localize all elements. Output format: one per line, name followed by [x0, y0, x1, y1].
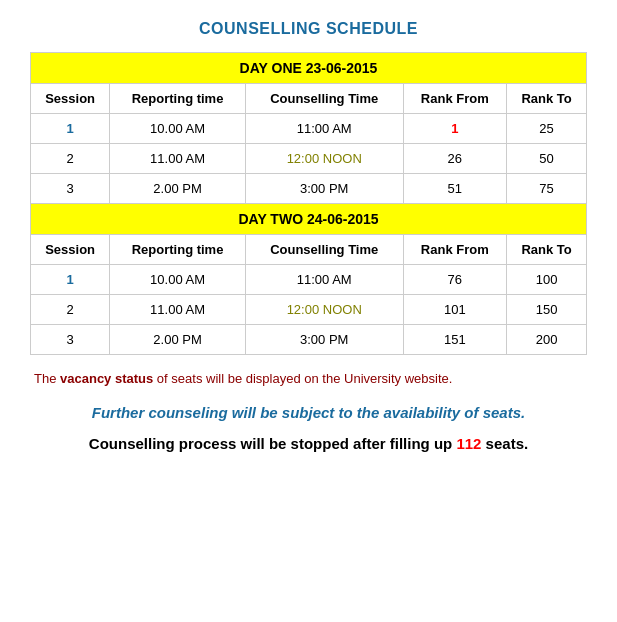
d1r2-reporting: 11.00 AM: [110, 144, 246, 174]
col-rank-from: Rank From: [403, 84, 507, 114]
notice-suffix: of seats will be displayed on the Univer…: [153, 371, 452, 386]
vacancy-notice: The vacancy status of seats will be disp…: [30, 371, 587, 386]
d2r2-rank-from: 101: [403, 295, 507, 325]
col-session: Session: [31, 84, 110, 114]
d2r1-rank-to: 100: [507, 265, 587, 295]
d2r2-reporting: 11.00 AM: [110, 295, 246, 325]
day1-row-2: 2 11.00 AM 12:00 NOON 26 50: [31, 144, 587, 174]
day1-row-3: 3 2.00 PM 3:00 PM 51 75: [31, 174, 587, 204]
d2r3-rank-from: 151: [403, 325, 507, 355]
d1r3-counselling: 3:00 PM: [245, 174, 403, 204]
d1r3-rank-from: 51: [403, 174, 507, 204]
d2r1-counselling: 11:00 AM: [245, 265, 403, 295]
day2-row-2: 2 11.00 AM 12:00 NOON 101 150: [31, 295, 587, 325]
d2r2-rank-to: 150: [507, 295, 587, 325]
page-title: COUNSELLING SCHEDULE: [30, 20, 587, 38]
d1r1-rank-from: 1: [403, 114, 507, 144]
d2r2-counselling: 12:00 NOON: [245, 295, 403, 325]
col2-reporting: Reporting time: [110, 235, 246, 265]
stop-notice: Counselling process will be stopped afte…: [30, 435, 587, 452]
schedule-table: DAY ONE 23-06-2015 Session Reporting tim…: [30, 52, 587, 355]
d1r2-counselling: 12:00 NOON: [245, 144, 403, 174]
col-reporting: Reporting time: [110, 84, 246, 114]
d1r2-rank-to: 50: [507, 144, 587, 174]
stop-suffix: seats.: [481, 435, 528, 452]
day2-row-3: 3 2.00 PM 3:00 PM 151 200: [31, 325, 587, 355]
d2r3-reporting: 2.00 PM: [110, 325, 246, 355]
col-counselling: Counselling Time: [245, 84, 403, 114]
d1r1-rank-to: 25: [507, 114, 587, 144]
d1r3-reporting: 2.00 PM: [110, 174, 246, 204]
d1r1-session: 1: [31, 114, 110, 144]
day2-col-header-row: Session Reporting time Counselling Time …: [31, 235, 587, 265]
col2-session: Session: [31, 235, 110, 265]
day1-header: DAY ONE 23-06-2015: [31, 53, 587, 84]
d1r1-reporting: 10.00 AM: [110, 114, 246, 144]
day2-header-row: DAY TWO 24-06-2015: [31, 204, 587, 235]
d2r3-counselling: 3:00 PM: [245, 325, 403, 355]
day1-col-header-row: Session Reporting time Counselling Time …: [31, 84, 587, 114]
col2-counselling: Counselling Time: [245, 235, 403, 265]
col-rank-to: Rank To: [507, 84, 587, 114]
d2r3-session: 3: [31, 325, 110, 355]
day2-header: DAY TWO 24-06-2015: [31, 204, 587, 235]
d2r1-rank-from: 76: [403, 265, 507, 295]
day2-row-1: 1 10.00 AM 11:00 AM 76 100: [31, 265, 587, 295]
d2r1-reporting: 10.00 AM: [110, 265, 246, 295]
d1r3-rank-to: 75: [507, 174, 587, 204]
d1r2-rank-from: 26: [403, 144, 507, 174]
further-counseling-notice: Further counseling will be subject to th…: [30, 404, 587, 421]
notice-bold: vacancy status: [60, 371, 153, 386]
d2r3-rank-to: 200: [507, 325, 587, 355]
col2-rank-to: Rank To: [507, 235, 587, 265]
d2r1-session: 1: [31, 265, 110, 295]
stop-prefix: Counselling process will be stopped afte…: [89, 435, 457, 452]
d2r2-session: 2: [31, 295, 110, 325]
d1r3-session: 3: [31, 174, 110, 204]
d1r1-counselling: 11:00 AM: [245, 114, 403, 144]
day1-row-1: 1 10.00 AM 11:00 AM 1 25: [31, 114, 587, 144]
col2-rank-from: Rank From: [403, 235, 507, 265]
day1-header-row: DAY ONE 23-06-2015: [31, 53, 587, 84]
d1r2-session: 2: [31, 144, 110, 174]
stop-seats: 112: [456, 435, 481, 452]
notice-prefix: The: [34, 371, 60, 386]
